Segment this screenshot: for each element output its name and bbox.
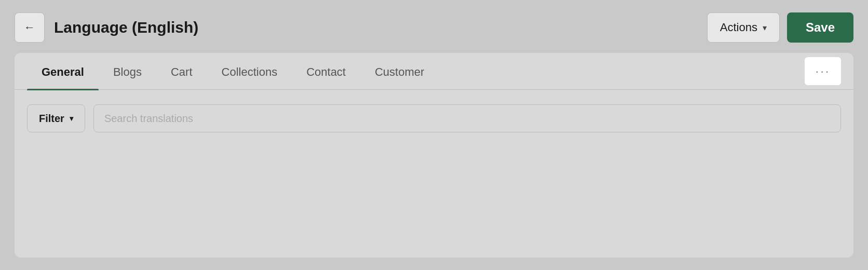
tab-cart[interactable]: Cart	[156, 53, 207, 89]
main-card: General Blogs Cart Collections Contact C…	[15, 53, 853, 258]
back-arrow-icon: ←	[24, 21, 35, 34]
actions-button[interactable]: Actions ▾	[707, 12, 780, 43]
header-left: ← Language (English)	[15, 12, 198, 43]
tab-collections-label: Collections	[222, 65, 278, 78]
filter-chevron-icon: ▾	[70, 114, 73, 123]
actions-label: Actions	[720, 21, 757, 34]
save-button[interactable]: Save	[787, 12, 853, 43]
tab-contact[interactable]: Contact	[292, 53, 360, 89]
header-right: Actions ▾ Save	[707, 12, 853, 43]
filter-label: Filter	[39, 113, 64, 125]
tab-customer[interactable]: Customer	[360, 53, 439, 89]
search-input[interactable]	[93, 104, 841, 132]
tab-contact-label: Contact	[306, 65, 346, 78]
page-wrapper: ← Language (English) Actions ▾ Save Gene…	[0, 0, 868, 270]
tab-collections[interactable]: Collections	[207, 53, 292, 89]
tab-blogs[interactable]: Blogs	[99, 53, 156, 89]
page-title: Language (English)	[54, 19, 198, 36]
filter-search-row: Filter ▾	[15, 90, 853, 132]
tab-cart-label: Cart	[171, 65, 193, 78]
tab-general[interactable]: General	[27, 53, 99, 89]
tab-customer-label: Customer	[375, 65, 424, 78]
back-button[interactable]: ←	[15, 12, 45, 43]
filter-button[interactable]: Filter ▾	[27, 104, 85, 132]
tabs-more-button[interactable]: ···	[805, 57, 841, 85]
tab-general-label: General	[42, 65, 84, 78]
header-row: ← Language (English) Actions ▾ Save	[15, 12, 853, 43]
tabs-more-icon: ···	[815, 64, 830, 78]
tabs-row: General Blogs Cart Collections Contact C…	[15, 53, 853, 90]
tab-blogs-label: Blogs	[113, 65, 142, 78]
chevron-down-icon: ▾	[763, 23, 767, 33]
